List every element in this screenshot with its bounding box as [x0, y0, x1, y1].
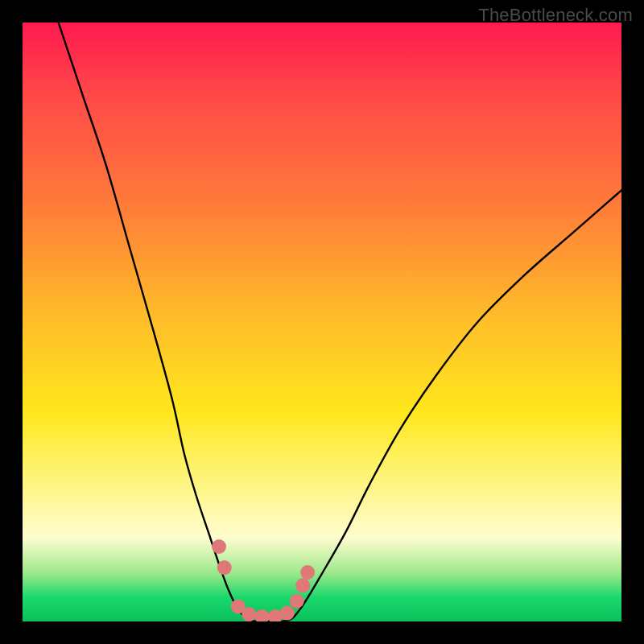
chart-plot-area	[23, 23, 621, 621]
marker-dot	[290, 594, 304, 609]
marker-dot	[255, 609, 270, 621]
marker-dot	[300, 565, 315, 580]
marker-dot	[217, 560, 232, 575]
chart-svg	[23, 23, 621, 621]
marker-dot	[242, 607, 256, 621]
marker-dot	[280, 606, 295, 621]
marker-dot	[212, 539, 226, 554]
marker-dot	[295, 578, 310, 592]
watermark-text: TheBottleneck.com	[478, 5, 633, 26]
bottleneck-curve	[59, 23, 621, 621]
